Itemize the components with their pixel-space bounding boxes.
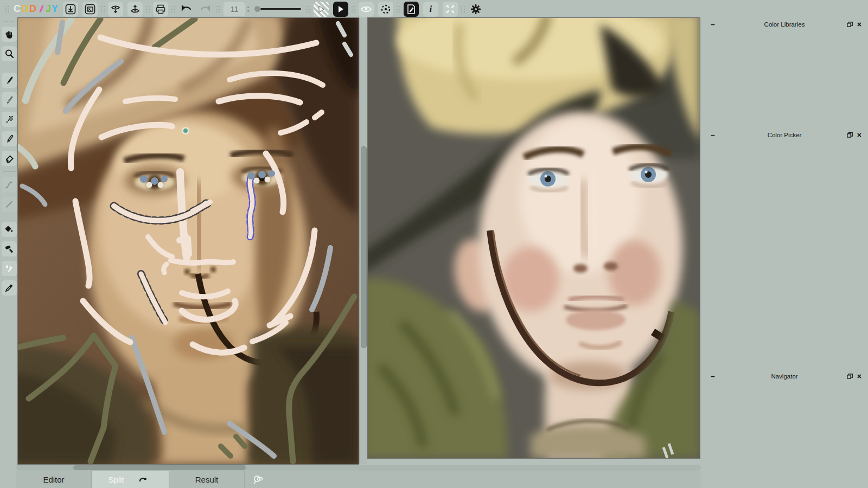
zoom-tool-icon: [4, 49, 14, 59]
toolbar-separator: [307, 6, 310, 12]
toolbar-separator: [397, 6, 400, 12]
brush-size-arrows[interactable]: ▲▼: [246, 5, 250, 13]
float-panel-icon[interactable]: [847, 22, 853, 27]
panel-title: Navigator: [705, 373, 864, 380]
view-tabbar: Editor Split Result: [16, 471, 701, 488]
float-panel-icon[interactable]: [847, 374, 853, 379]
eyedropper-tool-button[interactable]: [2, 280, 17, 296]
tool-column: [0, 18, 18, 488]
settings-button[interactable]: [468, 2, 483, 17]
result-canvas[interactable]: [368, 18, 700, 458]
redo-button[interactable]: [198, 2, 213, 17]
roller-tool-button[interactable]: [2, 241, 17, 256]
linked-zoom-icon: [252, 474, 264, 485]
hand-icon: [4, 29, 14, 39]
tab-split[interactable]: Split: [92, 471, 169, 488]
scrollbar-thumb[interactable]: [73, 465, 246, 470]
info-icon: i: [430, 4, 432, 15]
process-play-icon: [337, 5, 344, 13]
sync-button[interactable]: [134, 476, 152, 484]
roller-icon: [4, 244, 14, 254]
export-mask-button[interactable]: [127, 2, 143, 17]
preview-play-button[interactable]: [314, 2, 329, 17]
editor-canvas[interactable]: [18, 18, 359, 464]
navigator-header: – Navigator ×: [705, 372, 864, 380]
toolcol-separator: [3, 171, 16, 172]
brush-size-slider[interactable]: [254, 6, 301, 12]
edit-mode-button[interactable]: [404, 2, 419, 17]
fill-bucket-icon: [4, 224, 14, 235]
preview-hatched-play-icon: [317, 5, 325, 13]
print-button[interactable]: [153, 2, 168, 17]
decolor-tool-button[interactable]: [2, 261, 17, 276]
settings-gear-icon: [470, 4, 481, 15]
open-file-button[interactable]: [63, 2, 78, 17]
outline-pen-tool-button[interactable]: [2, 131, 17, 146]
process-play-button[interactable]: [333, 2, 348, 17]
fill-tool-button[interactable]: [2, 222, 17, 237]
tab-editor[interactable]: Editor: [16, 471, 92, 488]
float-panel-icon[interactable]: [847, 132, 853, 138]
undo-button[interactable]: [178, 2, 194, 17]
tab-result[interactable]: Result: [169, 471, 245, 488]
toolbar-drag-handle[interactable]: [5, 6, 9, 12]
color-libraries-header: – Color Libraries ×: [705, 20, 864, 28]
toolbar-separator: [461, 6, 465, 12]
info-button[interactable]: i: [423, 2, 438, 17]
import-mask-icon: [110, 3, 122, 15]
logo-letter: D: [29, 3, 37, 15]
brush-size-spinner[interactable]: 11: [224, 2, 245, 16]
save-image-icon: [85, 4, 95, 15]
top-toolbar: CODJY 11 ▲▼ i: [0, 0, 868, 18]
tab-split-label: Split: [108, 475, 124, 484]
color-picker-header: – Color Picker ×: [705, 131, 864, 139]
eyedropper-icon: [4, 283, 14, 293]
eye-icon: [360, 5, 372, 14]
curve-tool-button: [2, 177, 17, 192]
scrollbar-thumb[interactable]: [361, 146, 367, 348]
gradient-pen-icon: [4, 95, 14, 105]
pen-icon: [4, 75, 14, 85]
eraser-icon: [4, 153, 14, 163]
strokes-visibility-button[interactable]: [378, 2, 393, 17]
logo-letter: O: [21, 3, 29, 15]
hand-tool-button[interactable]: [2, 27, 17, 42]
import-mask-button[interactable]: [108, 2, 123, 17]
preview-eye-button[interactable]: [359, 2, 374, 17]
redo-icon: [199, 3, 212, 15]
strokes-visibility-icon: [380, 4, 391, 15]
close-icon[interactable]: ×: [857, 20, 861, 29]
curve-tool-icon: [4, 180, 14, 190]
undo-icon: [180, 3, 193, 15]
decolor-pen-icon: [4, 264, 14, 274]
eraser-tool-button[interactable]: [2, 151, 17, 166]
editor-vertical-scrollbar[interactable]: [359, 18, 367, 464]
fullscreen-icon: [445, 4, 455, 14]
right-panel: – Color Libraries × Complexion: Pale ▼ –…: [705, 18, 868, 488]
sync-icon: [138, 476, 148, 484]
close-icon[interactable]: ×: [857, 372, 861, 381]
horizontal-scrollbar[interactable]: [16, 465, 701, 471]
gradient-pen-tool-button[interactable]: [2, 92, 17, 107]
pen-tool-button[interactable]: [2, 73, 17, 88]
line-tool-button: [2, 197, 17, 212]
pattern-pen-tool-button[interactable]: [2, 112, 17, 127]
fullscreen-button[interactable]: [443, 2, 458, 17]
zoom-tool-button[interactable]: [2, 46, 17, 61]
print-icon: [155, 4, 166, 15]
save-image-button[interactable]: [82, 2, 98, 17]
logo-letter: Y: [52, 3, 59, 15]
line-tool-icon: [4, 200, 14, 209]
toolbar-separator: [101, 6, 105, 12]
logo-pen-icon: [37, 4, 46, 14]
app-logo: CODJY: [14, 3, 59, 15]
toolbar-separator: [352, 6, 355, 12]
toolbar-separator: [146, 6, 150, 12]
logo-letter: J: [46, 3, 52, 15]
panel-title: Color Picker: [705, 132, 864, 138]
brush-size-value: 11: [231, 5, 239, 14]
toolcol-drag-handle[interactable]: [4, 21, 14, 22]
close-icon[interactable]: ×: [857, 131, 861, 139]
toolcol-separator: [3, 67, 16, 67]
linked-zoom-button[interactable]: [249, 471, 267, 488]
